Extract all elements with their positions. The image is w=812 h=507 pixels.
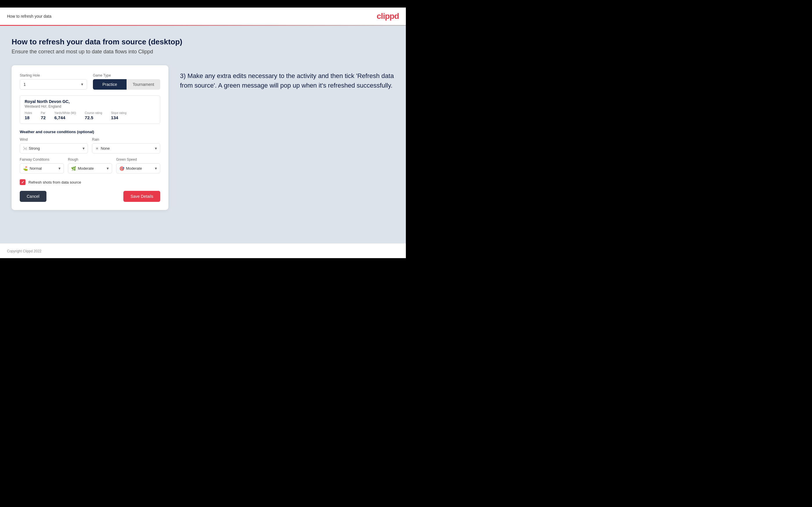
fairway-label: Fairway Conditions	[20, 158, 64, 162]
stat-course-rating: Course rating 72.5	[85, 111, 102, 120]
wind-select-wrapper: 🌬 Strong Light None ▼	[20, 143, 88, 154]
page-subheading: Ensure the correct and most up to date d…	[12, 49, 394, 55]
rough-label: Rough	[68, 158, 112, 162]
course-stats: Holes 18 Par 72 Yards/White (M)) 6,744 C…	[25, 111, 155, 120]
stat-slope-rating: Slope rating 134	[111, 111, 126, 120]
fairway-select-wrapper: ⛳ Normal Soft Hard ▼	[20, 163, 64, 173]
rough-select-wrapper: 🌿 Moderate Light Heavy ▼	[68, 163, 112, 173]
save-button[interactable]: Save Details	[123, 191, 160, 202]
slope-rating-value: 134	[111, 115, 126, 120]
course-location: Westward Ho!, England	[25, 104, 155, 109]
course-name: Royal North Devon GC,	[25, 99, 155, 104]
cancel-button[interactable]: Cancel	[20, 191, 46, 202]
rain-select[interactable]: None Light Heavy	[99, 144, 160, 153]
green-speed-icon: 🎯	[116, 166, 124, 171]
par-value: 72	[41, 115, 46, 120]
course-rating-label: Course rating	[85, 111, 102, 115]
green-speed-group: Green Speed 🎯 Moderate Slow Fast ▼	[116, 158, 160, 173]
refresh-checkbox-row: Refresh shots from data source	[20, 179, 160, 185]
fairway-group: Fairway Conditions ⛳ Normal Soft Hard ▼	[20, 158, 64, 173]
conditions-grid-bottom: Fairway Conditions ⛳ Normal Soft Hard ▼	[20, 158, 160, 173]
green-speed-select-wrapper: 🎯 Moderate Slow Fast ▼	[116, 163, 160, 173]
sidebar-text: 3) Make any extra edits necessary to the…	[180, 65, 394, 90]
header-title: How to refresh your data	[7, 14, 51, 18]
stat-yards: Yards/White (M)) 6,744	[54, 111, 76, 120]
conditions-grid-top: Wind 🌬 Strong Light None ▼ Rain	[20, 137, 160, 154]
logo: clippd	[377, 12, 399, 21]
header: How to refresh your data clippd	[0, 7, 406, 25]
footer: Copyright Clippd 2022	[0, 243, 406, 258]
slope-rating-label: Slope rating	[111, 111, 126, 115]
wind-select[interactable]: Strong Light None	[27, 144, 88, 153]
form-actions: Cancel Save Details	[20, 191, 160, 202]
game-type-group: Game Type Practice Tournament	[93, 73, 160, 90]
wind-group: Wind 🌬 Strong Light None ▼	[20, 137, 88, 154]
form-row-top: Starting Hole 1 10 ▼ Game Type Practice …	[20, 73, 160, 90]
page-heading: How to refresh your data from source (de…	[12, 38, 394, 46]
rain-label: Rain	[92, 137, 160, 142]
fairway-select[interactable]: Normal Soft Hard	[28, 164, 63, 173]
rough-icon: 🌿	[68, 166, 76, 171]
yards-label: Yards/White (M))	[54, 111, 76, 115]
stat-par: Par 72	[41, 111, 46, 120]
rough-select[interactable]: Moderate Light Heavy	[76, 164, 112, 173]
footer-copyright: Copyright Clippd 2022	[7, 249, 42, 253]
content-area: Starting Hole 1 10 ▼ Game Type Practice …	[12, 65, 394, 210]
conditions-section: Weather and course conditions (optional)…	[20, 130, 160, 173]
starting-hole-select[interactable]: 1 10	[20, 79, 87, 89]
main-content: How to refresh your data from source (de…	[0, 26, 406, 243]
holes-value: 18	[25, 115, 32, 120]
practice-button[interactable]: Practice	[93, 79, 126, 90]
fairway-icon: ⛳	[20, 166, 28, 171]
rain-icon: ☀	[92, 146, 99, 151]
wind-icon: 🌬	[20, 146, 27, 151]
green-speed-label: Green Speed	[116, 158, 160, 162]
rain-select-wrapper: ☀ None Light Heavy ▼	[92, 143, 160, 154]
game-type-label: Game Type	[93, 73, 160, 77]
conditions-label: Weather and course conditions (optional)	[20, 130, 160, 134]
course-rating-value: 72.5	[85, 115, 102, 120]
green-speed-select[interactable]: Moderate Slow Fast	[124, 164, 160, 173]
form-card: Starting Hole 1 10 ▼ Game Type Practice …	[12, 65, 168, 210]
tournament-button[interactable]: Tournament	[126, 79, 160, 90]
starting-hole-group: Starting Hole 1 10 ▼	[20, 73, 87, 90]
par-label: Par	[41, 111, 46, 115]
top-bar	[0, 0, 406, 7]
refresh-label: Refresh shots from data source	[29, 180, 81, 184]
course-info-box: Royal North Devon GC, Westward Ho!, Engl…	[20, 96, 160, 124]
rain-group: Rain ☀ None Light Heavy ▼	[92, 137, 160, 154]
stat-holes: Holes 18	[25, 111, 32, 120]
starting-hole-select-wrapper: 1 10 ▼	[20, 79, 87, 90]
yards-value: 6,744	[54, 115, 76, 120]
starting-hole-label: Starting Hole	[20, 73, 87, 77]
rough-group: Rough 🌿 Moderate Light Heavy ▼	[68, 158, 112, 173]
wind-label: Wind	[20, 137, 88, 142]
refresh-checkbox[interactable]	[20, 179, 26, 185]
game-type-toggle: Practice Tournament	[93, 79, 160, 90]
holes-label: Holes	[25, 111, 32, 115]
sidebar-description: 3) Make any extra edits necessary to the…	[180, 71, 394, 90]
